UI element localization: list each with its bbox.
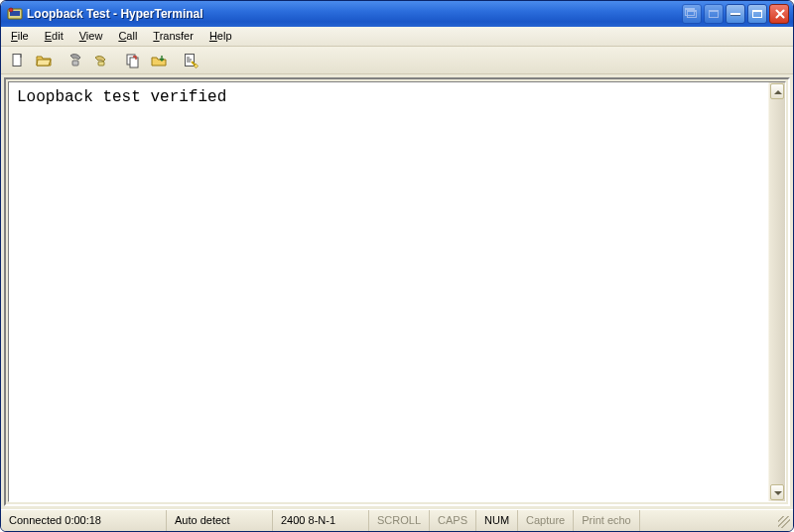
menu-help[interactable]: Help (201, 27, 240, 46)
app-window: Loopback Test - HyperTerminal File Edit … (0, 0, 794, 532)
maximize-a-button (704, 4, 724, 24)
status-caps: CAPS (430, 510, 476, 531)
status-bar: Connected 0:00:18 Auto detect 2400 8-N-1… (1, 509, 793, 531)
status-print-echo: Print echo (574, 510, 640, 531)
minimize-icon (730, 13, 740, 15)
terminal-frame: Loopback test verified (4, 77, 790, 506)
status-connected: Connected 0:00:18 (1, 510, 167, 531)
terminal-inner-frame: Loopback test verified (8, 81, 786, 502)
restore-a-button (682, 4, 702, 24)
svg-rect-4 (72, 61, 78, 66)
status-detect: Auto detect (167, 510, 273, 531)
title-button-group (682, 4, 789, 24)
toolbar-open-button[interactable] (31, 49, 57, 72)
status-scroll: SCROLL (369, 510, 430, 531)
minimize-button[interactable] (726, 4, 745, 24)
menu-bar: File Edit View Call Transfer Help (1, 27, 793, 47)
open-folder-icon (36, 53, 52, 68)
scroll-up-button[interactable] (770, 83, 784, 99)
status-num: NUM (476, 510, 518, 531)
title-bar[interactable]: Loopback Test - HyperTerminal (1, 1, 793, 27)
menu-transfer[interactable]: Transfer (145, 27, 201, 46)
tool-bar (1, 47, 793, 74)
restore-icon (687, 10, 697, 18)
terminal-output[interactable]: Loopback test verified (9, 82, 768, 501)
menu-view[interactable]: View (71, 27, 111, 46)
toolbar-receive-button[interactable] (146, 49, 172, 72)
svg-rect-5 (98, 62, 104, 66)
maximize-icon (752, 10, 762, 18)
toolbar-send-button[interactable] (120, 49, 146, 72)
svg-rect-3 (13, 54, 21, 66)
svg-point-2 (9, 8, 13, 12)
receive-icon (151, 53, 167, 68)
toolbar-disconnect-button[interactable] (88, 49, 114, 72)
toolbar-connect-button[interactable] (63, 49, 88, 72)
new-file-icon (10, 53, 26, 68)
scroll-down-button[interactable] (770, 484, 784, 500)
close-button[interactable] (769, 4, 789, 24)
maximize-icon (709, 10, 719, 18)
status-port-settings: 2400 8-N-1 (273, 510, 369, 531)
maximize-button[interactable] (747, 4, 767, 24)
vertical-scrollbar[interactable] (768, 82, 785, 501)
resize-grip[interactable] (640, 510, 793, 531)
toolbar-properties-button[interactable] (178, 49, 203, 72)
menu-file[interactable]: File (3, 27, 37, 46)
telephone-disconnect-icon (93, 53, 109, 68)
toolbar-new-button[interactable] (5, 49, 31, 72)
client-area: Loopback test verified (1, 74, 793, 509)
window-title: Loopback Test - HyperTerminal (27, 7, 682, 21)
menu-call[interactable]: Call (110, 27, 145, 46)
scroll-track[interactable] (769, 100, 785, 483)
svg-rect-7 (130, 58, 138, 67)
telephone-connect-icon (67, 53, 83, 68)
menu-edit[interactable]: Edit (37, 27, 71, 46)
send-icon (125, 53, 141, 68)
status-capture: Capture (518, 510, 574, 531)
hyperterminal-icon (7, 6, 23, 22)
properties-icon (183, 53, 198, 68)
